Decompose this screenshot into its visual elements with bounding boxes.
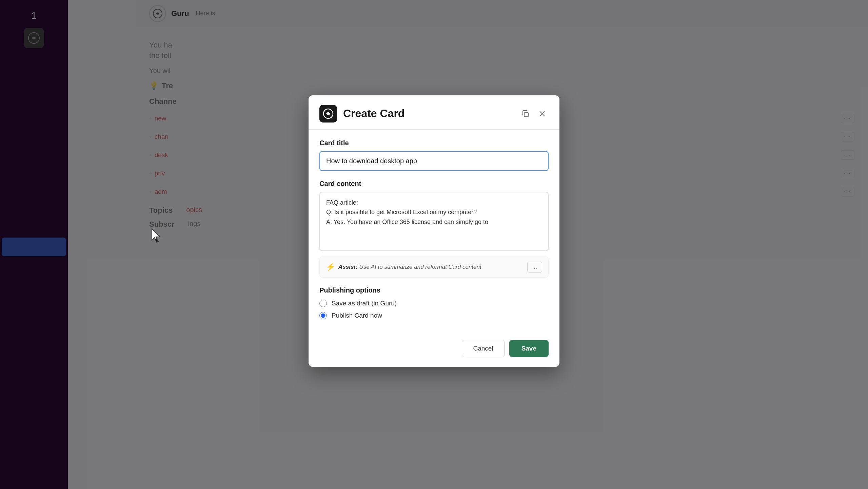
assist-label: Assist:	[338, 264, 358, 270]
modal-copy-button[interactable]	[519, 107, 532, 120]
publish-now-option[interactable]: Publish Card now	[319, 312, 549, 319]
modal-footer: Cancel Save	[309, 340, 559, 367]
cancel-button[interactable]: Cancel	[462, 340, 504, 357]
card-title-label: Card title	[319, 139, 549, 147]
assist-lightning-icon: ⚡	[326, 263, 335, 271]
svg-rect-3	[524, 113, 528, 117]
publish-now-radio[interactable]	[319, 312, 327, 319]
card-content-textarea[interactable]: FAQ article: Q: Is it possible to get Mi…	[319, 192, 549, 251]
publishing-options-section: Publishing options Save as draft (in Gur…	[319, 286, 549, 319]
assist-description: Use AI to summarize and reformat Card co…	[359, 264, 481, 270]
publish-draft-label: Save as draft (in Guru)	[332, 300, 397, 307]
publish-now-label: Publish Card now	[332, 312, 382, 319]
create-card-modal: Create Card Card title	[309, 95, 559, 367]
publishing-options-label: Publishing options	[319, 286, 549, 294]
assist-bar: ⚡ Assist: Use AI to summarize and reform…	[319, 257, 549, 278]
modal-header-actions	[519, 107, 549, 120]
card-title-input[interactable]	[319, 151, 549, 171]
save-button[interactable]: Save	[509, 340, 549, 357]
modal-overlay: Create Card Card title	[0, 0, 868, 489]
assist-text: Assist: Use AI to summarize and reformat…	[338, 264, 527, 270]
modal-title: Create Card	[343, 107, 519, 120]
assist-more-button[interactable]: ...	[527, 262, 542, 272]
modal-header: Create Card	[309, 95, 559, 130]
card-content-label: Card content	[319, 180, 549, 188]
publish-draft-radio[interactable]	[319, 300, 327, 307]
modal-close-button[interactable]	[536, 107, 549, 120]
modal-body: Card title Card content FAQ article: Q: …	[309, 130, 559, 340]
modal-logo	[319, 105, 337, 123]
publish-draft-option[interactable]: Save as draft (in Guru)	[319, 300, 549, 307]
